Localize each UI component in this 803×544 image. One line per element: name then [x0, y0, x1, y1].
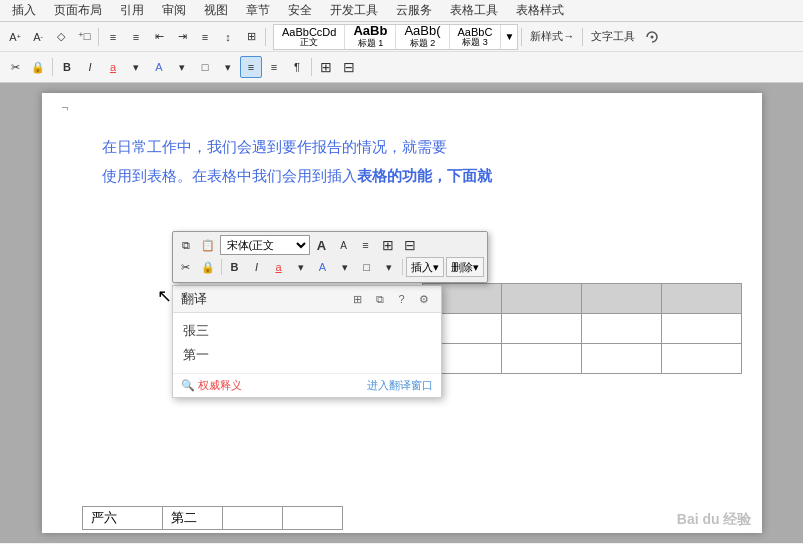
indent-dec[interactable]: ⇤: [148, 26, 170, 48]
font-color-btn[interactable]: A: [148, 56, 170, 78]
trans-name-2[interactable]: 第一: [183, 343, 431, 367]
mini-hl-arrow[interactable]: ▾: [291, 257, 311, 277]
menu-cloud[interactable]: 云服务: [388, 0, 440, 21]
style-biaoti2[interactable]: AaBb( 标题 2: [396, 25, 449, 49]
mini-tb-row-1: ⧉ 📋 宋体(正文 A A ≡ ⊞ ⊟: [176, 235, 484, 255]
sort-btn[interactable]: ↕: [217, 26, 239, 48]
indent-inc[interactable]: ⇥: [171, 26, 193, 48]
table-cell[interactable]: [502, 314, 582, 344]
trans-footer: 🔍 权威释义 进入翻译窗口: [173, 373, 441, 397]
menu-chapter[interactable]: 章节: [238, 0, 278, 21]
font-size-up-btn[interactable]: A+: [4, 26, 26, 48]
style-scroll-down[interactable]: ▼: [501, 25, 517, 49]
style-biaoti1[interactable]: AaBb 标题 1: [345, 25, 396, 49]
mini-border[interactable]: □: [357, 257, 377, 277]
list-btn1[interactable]: ≡: [102, 26, 124, 48]
table-cell[interactable]: [582, 344, 662, 374]
mini-fc-arrow[interactable]: ▾: [335, 257, 355, 277]
center-align-btn[interactable]: ≡: [240, 56, 262, 78]
text-tools-btn[interactable]: 文字工具: [586, 26, 640, 48]
table-cell[interactable]: [661, 314, 741, 344]
bottom-cell-2[interactable]: 第二: [162, 507, 222, 530]
trans-name-1[interactable]: 張三: [183, 319, 431, 343]
misc-btn[interactable]: ⊞: [240, 26, 262, 48]
bottom-cell-4[interactable]: [282, 507, 342, 530]
insert-btn[interactable]: 插入▾: [406, 257, 444, 277]
mini-table-btn2[interactable]: ⊟: [400, 235, 420, 255]
menu-security[interactable]: 安全: [280, 0, 320, 21]
delete-btn[interactable]: 删除▾: [446, 257, 484, 277]
table-icon1[interactable]: ⊞: [315, 56, 337, 78]
authority-text[interactable]: 权威释义: [198, 378, 242, 393]
mini-font-up[interactable]: A: [312, 235, 332, 255]
cut-btn[interactable]: ✂: [4, 56, 26, 78]
mini-bold[interactable]: B: [225, 257, 245, 277]
mini-lock[interactable]: 🔒: [198, 257, 218, 277]
bold-btn[interactable]: B: [56, 56, 78, 78]
trans-icon-settings[interactable]: ⚙: [415, 290, 433, 308]
mini-line-spacing[interactable]: ≡: [356, 235, 376, 255]
text-tools-extra-btn[interactable]: [641, 26, 663, 48]
doc-text-bold: 表格的功能，下面就: [357, 167, 492, 184]
table-cell[interactable]: [661, 344, 741, 374]
menu-table-style[interactable]: 表格样式: [508, 0, 572, 21]
sep6: [311, 58, 312, 76]
mini-font-color[interactable]: A: [313, 257, 333, 277]
underline-btn[interactable]: ▾: [125, 56, 147, 78]
menu-reference[interactable]: 引用: [112, 0, 152, 21]
table-row: [422, 344, 741, 374]
align-btn1[interactable]: ≡: [194, 26, 216, 48]
highlight-btn[interactable]: a: [102, 56, 124, 78]
bottom-cell-1[interactable]: 严六: [82, 507, 162, 530]
mini-table-btn1[interactable]: ⊞: [378, 235, 398, 255]
draw-btn[interactable]: ◇: [50, 26, 72, 48]
table-cell[interactable]: [582, 314, 662, 344]
trans-footer-left: 🔍 权威释义: [181, 378, 242, 393]
cursor-arrow: ↖: [157, 285, 172, 307]
italic-btn[interactable]: I: [79, 56, 101, 78]
menu-page-layout[interactable]: 页面布局: [46, 0, 110, 21]
search-icon: 🔍: [181, 379, 195, 392]
list-btn2[interactable]: ≡: [125, 26, 147, 48]
toolbar-row-2: ✂ 🔒 B I a ▾ A ▾ □ ▾ ≡ ≡ ¶ ⊞ ⊟: [0, 52, 803, 82]
trans-enter-link[interactable]: 进入翻译窗口: [367, 378, 433, 393]
menu-insert[interactable]: 插入: [4, 0, 44, 21]
mini-copy-btn[interactable]: ⧉: [176, 235, 196, 255]
doc-text-line1: 在日常工作中，我们会遇到要作报告的情况，就需要: [102, 133, 702, 160]
lock-btn[interactable]: 🔒: [27, 56, 49, 78]
border-arrow[interactable]: ▾: [217, 56, 239, 78]
table-cell[interactable]: [502, 344, 582, 374]
mini-paste-btn[interactable]: 📋: [198, 235, 218, 255]
mini-highlight[interactable]: a: [269, 257, 289, 277]
mini-italic[interactable]: I: [247, 257, 267, 277]
sep4: [582, 28, 583, 46]
menu-table-tools[interactable]: 表格工具: [442, 0, 506, 21]
table-icon2[interactable]: ⊟: [338, 56, 360, 78]
style-biaoti3[interactable]: AaBbC 标题 3: [450, 25, 502, 49]
mini-bd-arrow[interactable]: ▾: [379, 257, 399, 277]
svg-point-0: [651, 35, 654, 38]
table-cell[interactable]: [502, 284, 582, 314]
new-style-btn[interactable]: 新样式→: [525, 26, 579, 48]
mini-scissors[interactable]: ✂: [176, 257, 196, 277]
sep1: [98, 28, 99, 46]
mini-font-select[interactable]: 宋体(正文: [220, 235, 310, 255]
font-size-down-btn[interactable]: A-: [27, 26, 49, 48]
font-color-arrow[interactable]: ▾: [171, 56, 193, 78]
table-cell[interactable]: [661, 284, 741, 314]
menu-review[interactable]: 审阅: [154, 0, 194, 21]
menu-devtools[interactable]: 开发工具: [322, 0, 386, 21]
mini-font-down[interactable]: A: [334, 235, 354, 255]
trans-icon-help[interactable]: ?: [393, 290, 411, 308]
border-btn[interactable]: □: [194, 56, 216, 78]
trans-icon-expand[interactable]: ⊞: [349, 290, 367, 308]
special-btn[interactable]: ⁺□: [73, 26, 95, 48]
bottom-cell-3[interactable]: [222, 507, 282, 530]
table-cell[interactable]: [582, 284, 662, 314]
justify-btn[interactable]: ≡: [263, 56, 285, 78]
trans-icon-copy[interactable]: ⧉: [371, 290, 389, 308]
menu-view[interactable]: 视图: [196, 0, 236, 21]
style-zhengwen[interactable]: AaBbCcDd 正文: [274, 25, 345, 49]
para-mark-btn[interactable]: ¶: [286, 56, 308, 78]
trans-title: 翻译: [181, 290, 207, 308]
